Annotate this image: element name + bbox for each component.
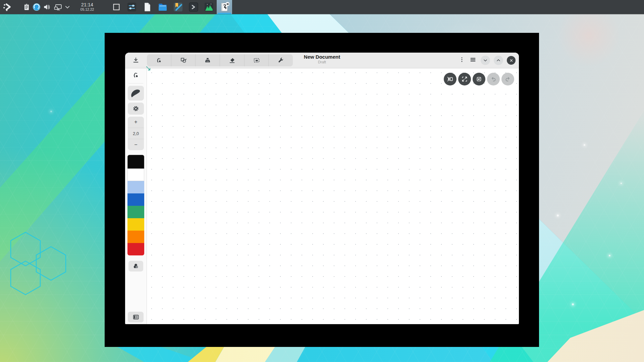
task-file-manager-folder[interactable] (155, 0, 170, 14)
active-task-underline (218, 13, 231, 14)
redo-icon[interactable] (501, 73, 514, 85)
swatch-black[interactable] (127, 155, 144, 169)
hamburger-menu-icon[interactable] (469, 56, 477, 65)
pen-settings-button[interactable] (128, 103, 144, 115)
zoom-widget: + 2,0 − (128, 117, 144, 150)
eraser-tool-button[interactable] (220, 54, 245, 66)
clock-date: 05.12.22 (80, 8, 94, 12)
origin-arrow-icon (145, 65, 152, 72)
color-swatches (127, 155, 144, 255)
swatch-white[interactable] (127, 169, 144, 181)
kde-panel: 21:14 05.12.22 (0, 0, 644, 14)
undo-icon[interactable] (487, 73, 500, 85)
digital-clock[interactable]: 21:14 05.12.22 (75, 0, 99, 14)
task-rnote-notes-app[interactable] (217, 0, 232, 14)
tool-switcher (147, 54, 293, 66)
sparkle (50, 111, 52, 112)
desktop: 21:14 05.12.22 (0, 0, 644, 362)
task-virtual-desktop-pager[interactable] (109, 0, 124, 14)
kebab-menu-icon[interactable] (459, 56, 465, 65)
gear-icon (132, 105, 140, 112)
application-launcher-icon[interactable] (0, 0, 15, 14)
sparkle (572, 303, 574, 305)
window-content: + 2,0 − (125, 68, 519, 324)
shaper-tool-button[interactable] (171, 54, 196, 66)
marker-stroke-preview-icon (130, 88, 142, 98)
sidebar-toggle-button[interactable] (128, 312, 144, 322)
expand-tray-chevron-icon[interactable] (63, 0, 72, 14)
sparkle (584, 144, 585, 146)
sidebar-flap-toggle-icon (132, 314, 140, 320)
sidebar-separator (128, 83, 143, 83)
clock-time: 21:14 (81, 2, 93, 8)
swatch-yellow[interactable] (127, 218, 144, 231)
color-picker-button[interactable] (128, 261, 143, 272)
typewriter-tool-button[interactable] (196, 54, 220, 66)
color-palette-icon (132, 263, 140, 269)
document-status: Draft (272, 60, 372, 64)
canvas-quick-actions (444, 73, 514, 85)
sparkle (557, 215, 559, 217)
chevron-up-icon[interactable] (494, 56, 503, 65)
save-download-icon[interactable] (130, 54, 142, 66)
task-image-viewer[interactable] (201, 0, 217, 14)
stroke-style-button[interactable] (128, 86, 144, 101)
rnote-window: New Document Draft (125, 53, 519, 324)
audio-emblem (226, 2, 230, 6)
swatch-green[interactable] (127, 206, 144, 218)
sparkle (621, 183, 622, 184)
selector-tool-button[interactable] (245, 54, 269, 66)
close-icon[interactable] (507, 56, 516, 65)
pens-sidebar: + 2,0 − (125, 68, 147, 324)
task-manager (109, 0, 232, 14)
swatch-orange[interactable] (127, 231, 144, 243)
brush-icon[interactable] (132, 71, 140, 80)
zoom-in-button[interactable]: + (128, 117, 144, 128)
hexagon-outlines (5, 229, 72, 299)
task-text-file[interactable] (140, 0, 155, 14)
swatch-blue[interactable] (127, 193, 144, 206)
clipboard-icon[interactable] (21, 0, 32, 14)
swatch-light-blue[interactable] (127, 181, 144, 193)
document-title: New Document (272, 54, 372, 60)
swatch-red[interactable] (127, 243, 144, 255)
task-text-editor-kate[interactable] (170, 0, 186, 14)
zoom-level[interactable]: 2,0 (128, 128, 144, 139)
network-disc-icon[interactable] (32, 0, 42, 14)
window-title: New Document Draft (272, 54, 372, 64)
panel-left-widgets: 21:14 05.12.22 (0, 0, 99, 14)
task-terminal-konsole[interactable] (186, 0, 201, 14)
chevron-down-icon[interactable] (481, 56, 490, 65)
titlebar-right-controls (459, 54, 516, 66)
drawing-canvas[interactable] (147, 68, 519, 324)
brush-tool-button[interactable] (147, 54, 171, 66)
display-icon[interactable] (53, 0, 63, 14)
return-to-origin-icon[interactable] (473, 73, 485, 85)
titlebar[interactable]: New Document Draft (125, 53, 519, 68)
black-stage: New Document Draft (105, 33, 539, 347)
task-system-settings[interactable] (124, 0, 140, 14)
zoom-out-button[interactable]: − (128, 139, 144, 150)
volume-icon[interactable] (42, 0, 52, 14)
fit-to-width-icon[interactable] (444, 73, 457, 85)
expand-canvas-icon[interactable] (458, 73, 471, 85)
sparkle (609, 255, 610, 256)
